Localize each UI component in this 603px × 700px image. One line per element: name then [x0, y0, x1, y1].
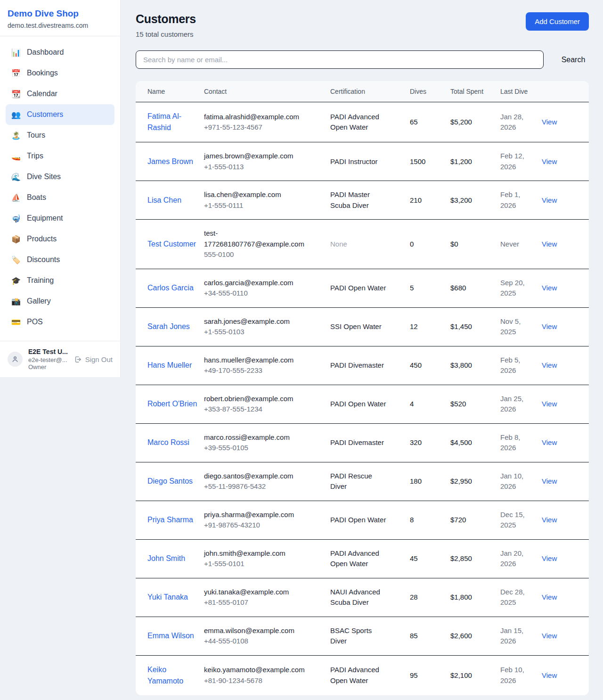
sidebar-item-dive-sites[interactable]: 🌊 Dive Sites	[6, 166, 114, 187]
customer-name-link[interactable]: Keiko Yamamoto	[147, 666, 183, 685]
customer-name-link[interactable]: Marco Rossi	[147, 438, 189, 446]
customer-dives: 0	[410, 240, 414, 248]
customer-phone: +81-555-0107	[204, 597, 307, 608]
customer-name-link[interactable]: Priya Sharma	[147, 516, 193, 524]
calendar-icon: 📅	[11, 69, 21, 78]
view-customer-link[interactable]: View	[542, 240, 557, 248]
view-customer-link[interactable]: View	[542, 400, 557, 408]
customer-total-spent: $2,950	[450, 477, 472, 485]
customers-table-card: Name Contact Certification Dives Total S…	[136, 81, 589, 695]
table-row: John Smith john.smith@example.com +1-555…	[136, 539, 589, 578]
view-customer-link[interactable]: View	[542, 438, 557, 446]
customer-certification: NAUI Advanced Scuba Diver	[330, 588, 380, 607]
customer-phone: 555-0100	[204, 249, 307, 260]
sidebar-item-training[interactable]: 🎓 Training	[6, 270, 114, 291]
avatar	[8, 352, 23, 367]
customer-dives: 450	[410, 361, 422, 369]
sidebar-item-calendar[interactable]: 📆 Calendar	[6, 83, 114, 104]
customer-name-link[interactable]: Test Customer	[147, 240, 196, 248]
col-header-certification: Certification	[330, 81, 410, 102]
customer-phone: +81-90-1234-5678	[204, 675, 307, 686]
sidebar-item-trips[interactable]: 🚤 Trips	[6, 146, 114, 166]
col-header-dives: Dives	[410, 81, 450, 102]
customer-total-spent: $0	[450, 240, 458, 248]
user-name: E2E Test U...	[28, 348, 68, 355]
customer-name-link[interactable]: Emma Wilson	[147, 632, 194, 640]
diving-mask-icon: 🤿	[11, 214, 21, 223]
sidebar-item-products[interactable]: 📦 Products	[6, 229, 114, 249]
view-customer-link[interactable]: View	[542, 554, 557, 562]
customer-phone: +1-555-0111	[204, 200, 307, 211]
view-customer-link[interactable]: View	[542, 196, 557, 204]
customer-last-dive: Never	[500, 240, 519, 248]
customer-name-link[interactable]: Sarah Jones	[147, 322, 190, 330]
sidebar-item-equipment[interactable]: 🤿 Equipment	[6, 208, 114, 229]
tear-off-calendar-icon: 📆	[11, 90, 21, 99]
customer-dives: 12	[410, 322, 418, 330]
customer-name-link[interactable]: Diego Santos	[147, 477, 193, 485]
view-customer-link[interactable]: View	[542, 118, 557, 126]
search-input[interactable]	[136, 50, 544, 69]
sidebar-item-label: Calendar	[27, 90, 57, 98]
sidebar-item-gallery[interactable]: 📸 Gallery	[6, 291, 114, 312]
customer-total-spent: $5,200	[450, 118, 472, 126]
customer-email: james.brown@example.com	[204, 151, 307, 162]
view-customer-link[interactable]: View	[542, 632, 557, 640]
view-customer-link[interactable]: View	[542, 593, 557, 601]
customer-phone: +353-87-555-1234	[204, 404, 307, 415]
customer-phone: +49-170-555-2233	[204, 365, 307, 376]
sidebar-item-label: Equipment	[27, 214, 63, 222]
view-customer-link[interactable]: View	[542, 477, 557, 485]
sidebar-item-customers[interactable]: 👥 Customers	[6, 104, 114, 125]
customer-email: sarah.jones@example.com	[204, 316, 307, 327]
customer-certification: PADI Open Water	[330, 400, 386, 408]
view-customer-link[interactable]: View	[542, 284, 557, 292]
sidebar-item-label: Trips	[27, 152, 43, 160]
page-title: Customers	[136, 12, 196, 26]
sidebar-item-dashboard[interactable]: 📊 Dashboard	[6, 42, 114, 63]
customer-certification: PADI Open Water	[330, 516, 386, 524]
customer-dives: 1500	[410, 157, 425, 165]
sign-out-button[interactable]: Sign Out	[74, 355, 113, 363]
customer-name-link[interactable]: Lisa Chen	[147, 196, 181, 204]
sidebar-item-label: Training	[27, 276, 54, 285]
view-customer-link[interactable]: View	[542, 322, 557, 330]
customer-name-link[interactable]: Fatima Al-Rashid	[147, 112, 181, 132]
customer-name-link[interactable]: Carlos Garcia	[147, 284, 194, 292]
col-header-actions	[542, 81, 589, 102]
view-customer-link[interactable]: View	[542, 157, 557, 165]
customer-certification: SSI Open Water	[330, 322, 382, 330]
sidebar-item-bookings[interactable]: 📅 Bookings	[6, 63, 114, 83]
add-customer-button[interactable]: Add Customer	[526, 12, 589, 31]
customer-last-dive: Jan 28, 2026	[500, 113, 523, 132]
sidebar-item-discounts[interactable]: 🏷️ Discounts	[6, 249, 114, 270]
graduation-cap-icon: 🎓	[11, 276, 21, 285]
table-body: Fatima Al-Rashid fatima.alrashid@example…	[136, 102, 589, 695]
sidebar-item-tours[interactable]: 🏝️ Tours	[6, 125, 114, 146]
search-button[interactable]: Search	[558, 56, 589, 64]
table-row: Diego Santos diego.santos@example.com +5…	[136, 462, 589, 501]
sidebar-nav: 📊 Dashboard 📅 Bookings 📆 Calendar 👥 Cust…	[0, 36, 120, 341]
view-customer-link[interactable]: View	[542, 361, 557, 369]
customer-last-dive: Jan 10, 2026	[500, 472, 523, 491]
customer-name-link[interactable]: James Brown	[147, 157, 193, 165]
table-row: Test Customer test-1772681807767@example…	[136, 220, 589, 269]
sidebar-item-boats[interactable]: ⛵ Boats	[6, 187, 114, 208]
view-customer-link[interactable]: View	[542, 516, 557, 524]
customer-name-link[interactable]: Robert O'Brien	[147, 400, 197, 408]
customer-name-link[interactable]: Hans Mueller	[147, 361, 192, 369]
customer-dives: 180	[410, 477, 422, 485]
view-customer-link[interactable]: View	[542, 671, 557, 679]
sidebar-item-label: Products	[27, 235, 57, 243]
customer-last-dive: Jan 15, 2026	[500, 626, 523, 645]
customer-total-spent: $2,100	[450, 671, 472, 679]
package-icon: 📦	[11, 235, 21, 244]
customer-total-spent: $520	[450, 400, 466, 408]
customer-phone: +1-555-0113	[204, 162, 307, 173]
customer-dives: 85	[410, 632, 418, 640]
customer-last-dive: Feb 5, 2026	[500, 356, 521, 375]
customer-name-link[interactable]: Yuki Tanaka	[147, 593, 188, 601]
sidebar-item-pos[interactable]: 💳 POS	[6, 312, 114, 332]
customer-name-link[interactable]: John Smith	[147, 554, 185, 562]
customer-certification: PADI Instructor	[330, 157, 378, 165]
